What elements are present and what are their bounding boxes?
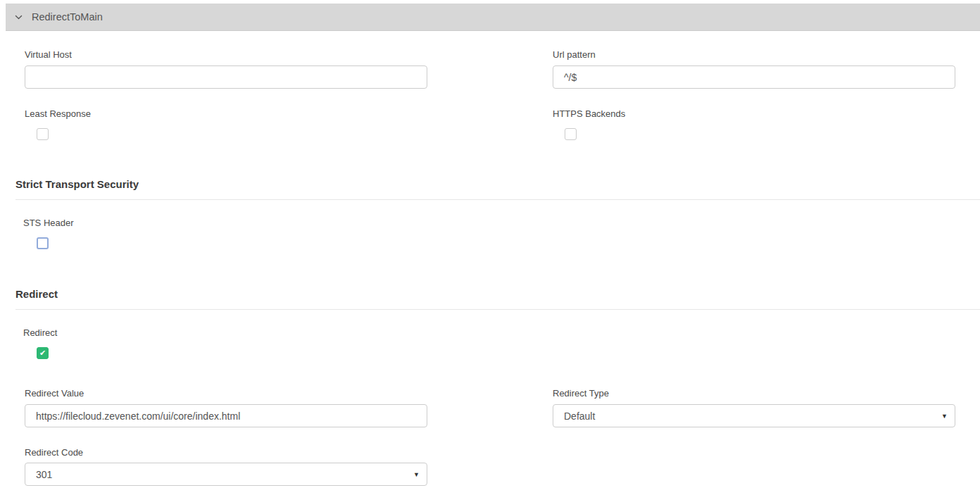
redirect-section-title: Redirect bbox=[15, 288, 980, 300]
sts-header-checkbox[interactable] bbox=[37, 237, 49, 249]
accordion-header-redirecttomain[interactable]: RedirectToMain bbox=[6, 4, 980, 31]
redirect-checkbox[interactable] bbox=[37, 347, 49, 359]
virtual-host-label: Virtual Host bbox=[25, 49, 427, 60]
redirect-code-select[interactable]: 301 bbox=[25, 463, 427, 486]
section-divider bbox=[15, 199, 980, 200]
url-pattern-input[interactable] bbox=[553, 65, 955, 89]
url-pattern-label: Url pattern bbox=[553, 49, 955, 60]
redirect-label: Redirect bbox=[23, 327, 980, 338]
redirect-type-select[interactable]: Default bbox=[553, 404, 955, 427]
chevron-down-icon bbox=[14, 13, 23, 22]
least-response-checkbox[interactable] bbox=[37, 128, 49, 140]
https-backends-label: HTTPS Backends bbox=[553, 108, 955, 119]
sts-section-title: Strict Transport Security bbox=[15, 178, 980, 190]
least-response-label: Least Response bbox=[25, 108, 427, 119]
redirect-value-input[interactable] bbox=[25, 404, 427, 427]
sts-header-label: STS Header bbox=[23, 218, 980, 228]
section-divider bbox=[15, 309, 980, 310]
accordion-title: RedirectToMain bbox=[32, 11, 103, 23]
https-backends-checkbox[interactable] bbox=[565, 128, 577, 140]
virtual-host-input[interactable] bbox=[25, 65, 427, 89]
redirect-type-label: Redirect Type bbox=[553, 388, 955, 399]
redirect-code-label: Redirect Code bbox=[25, 447, 427, 458]
redirect-value-label: Redirect Value bbox=[25, 388, 427, 399]
